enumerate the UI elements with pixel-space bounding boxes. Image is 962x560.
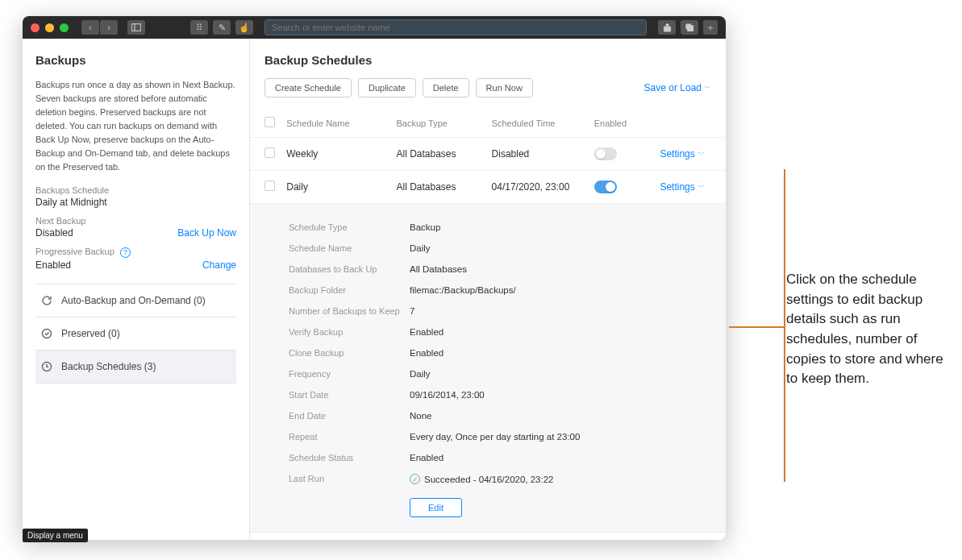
forward-button[interactable]: › — [100, 20, 118, 35]
next-backup-label: Next Backup — [35, 216, 236, 226]
detail-label: Frequency — [289, 369, 410, 379]
chevron-down-icon: ﹀ — [698, 182, 705, 193]
main-panel: Backup Schedules Create Schedule Duplica… — [250, 39, 726, 540]
share-icon[interactable] — [658, 20, 676, 35]
titlebar: ‹ › ⠿ ✎ ☝ + — [23, 16, 726, 39]
refresh-icon — [40, 294, 53, 307]
detail-label: Schedule Name — [289, 243, 410, 253]
new-tab-button[interactable]: + — [703, 20, 718, 35]
chevron-down-icon: ﹀ — [698, 149, 705, 160]
cell-name: Weekly — [286, 148, 396, 160]
change-link[interactable]: Change — [202, 259, 236, 271]
run-now-button[interactable]: Run Now — [476, 78, 533, 97]
detail-value: All Databases — [410, 264, 467, 274]
edit-icon[interactable]: ✎ — [213, 20, 231, 35]
table-row[interactable]: Daily All Databases 04/17/2020, 23:00 Se… — [250, 171, 726, 204]
detail-value: 7 — [410, 306, 414, 316]
detail-label: Backup Folder — [289, 285, 410, 295]
detail-label: Schedule Type — [289, 222, 410, 232]
tabs-icon[interactable] — [681, 20, 698, 35]
sidebar-title: Backups — [35, 53, 236, 67]
detail-value: None — [410, 411, 432, 421]
clock-icon — [40, 360, 53, 373]
enabled-toggle[interactable] — [594, 147, 617, 160]
chevron-down-icon: ﹀ — [704, 83, 711, 93]
delete-button[interactable]: Delete — [423, 78, 469, 97]
enabled-toggle[interactable] — [594, 180, 617, 193]
cell-time: Disabled — [492, 148, 594, 160]
back-button[interactable]: ‹ — [81, 20, 99, 35]
sidebar-item-label: Backup Schedules (3) — [61, 361, 156, 372]
detail-label: Verify Backup — [289, 327, 410, 337]
tooltip: Display a menu — [23, 529, 88, 542]
detail-value: Enabled — [410, 453, 444, 463]
help-icon[interactable]: ? — [120, 247, 131, 258]
detail-label: Schedule Status — [289, 453, 410, 463]
sidebar: Backups Backups run once a day as shown … — [23, 39, 250, 540]
sidebar-description: Backups run once a day as shown in Next … — [35, 78, 236, 174]
annotation-connector — [729, 169, 785, 482]
detail-value: ✓ Succeeded - 04/16/2020, 23:22 — [410, 474, 554, 484]
table-row[interactable]: Weekly All Databases Disabled Settings ﹀ — [250, 138, 726, 171]
detail-value: Daily — [410, 243, 431, 253]
app-window: ‹ › ⠿ ✎ ☝ + — [23, 16, 726, 540]
schedule-detail-panel: Schedule TypeBackup Schedule NameDaily D… — [250, 204, 726, 533]
detail-value: filemac:/Backup/Backups/ — [410, 285, 516, 295]
backups-schedule-label: Backups Schedule — [35, 185, 236, 195]
create-schedule-button[interactable]: Create Schedule — [264, 78, 352, 97]
next-backup-value: Disabled — [35, 227, 73, 239]
sidebar-item-preserved[interactable]: Preserved (0) — [35, 317, 236, 351]
zoom-window-button[interactable] — [60, 23, 69, 32]
settings-link[interactable]: Settings ﹀ — [660, 181, 711, 193]
backup-now-link[interactable]: Back Up Now — [177, 227, 236, 239]
detail-value: 09/16/2014, 23:00 — [410, 390, 485, 400]
settings-link[interactable]: Settings ﹀ — [660, 148, 711, 160]
row-checkbox[interactable] — [264, 147, 275, 158]
privacy-icon[interactable]: ☝ — [235, 20, 253, 35]
detail-label: End Date — [289, 411, 410, 421]
progressive-backup-value: Enabled — [35, 259, 71, 271]
detail-value: Every day, Once per day starting at 23:0… — [410, 432, 580, 442]
archive-icon — [40, 327, 53, 340]
sidebar-item-schedules[interactable]: Backup Schedules (3) — [35, 351, 236, 384]
detail-label: Number of Backups to Keep — [289, 306, 410, 316]
edit-button[interactable]: Edit — [410, 498, 462, 517]
detail-value: Enabled — [410, 327, 444, 337]
detail-label: Databases to Back Up — [289, 264, 410, 274]
url-input[interactable] — [272, 23, 639, 32]
apps-icon[interactable]: ⠿ — [190, 20, 208, 35]
col-backup-type: Backup Type — [396, 118, 491, 128]
backups-schedule-value: Daily at Midnight — [35, 197, 236, 208]
page-title: Backup Schedules — [264, 53, 711, 67]
save-or-load-button[interactable]: Save or Load ﹀ — [644, 82, 711, 93]
sidebar-item-label: Auto-Backup and On-Demand (0) — [61, 295, 206, 306]
progressive-backup-label: Progressive Backup — [35, 247, 115, 256]
sidebar-nav: Auto-Backup and On-Demand (0) Preserved … — [35, 284, 236, 384]
table-row[interactable]: Hourly All Databases Disabled Settings ﹀ — [250, 533, 726, 540]
row-checkbox[interactable] — [264, 180, 275, 191]
success-icon: ✓ — [410, 474, 420, 484]
window-controls — [31, 23, 69, 32]
col-scheduled-time: Scheduled Time — [492, 118, 594, 128]
svg-rect-0 — [132, 24, 141, 31]
detail-label: Last Run — [289, 474, 410, 484]
col-schedule-name: Schedule Name — [286, 118, 396, 128]
duplicate-button[interactable]: Duplicate — [358, 78, 416, 97]
close-window-button[interactable] — [31, 23, 40, 32]
table-body: Weekly All Databases Disabled Settings ﹀… — [250, 138, 726, 540]
sidebar-toggle-button[interactable] — [127, 20, 145, 35]
detail-value: Backup — [410, 222, 440, 232]
url-bar[interactable] — [264, 19, 647, 35]
toolbar: Create Schedule Duplicate Delete Run Now… — [264, 78, 711, 97]
cell-time: 04/17/2020, 23:00 — [492, 181, 594, 193]
detail-value: Daily — [410, 369, 431, 379]
annotation-text: Click on the schedule settings to edit b… — [786, 270, 943, 389]
sidebar-item-auto-backup[interactable]: Auto-Backup and On-Demand (0) — [35, 284, 236, 317]
table-header: Schedule Name Backup Type Scheduled Time… — [250, 109, 726, 138]
minimize-window-button[interactable] — [45, 23, 54, 32]
col-enabled: Enabled — [594, 118, 660, 128]
select-all-checkbox[interactable] — [264, 117, 275, 127]
svg-point-4 — [43, 329, 52, 338]
detail-label: Clone Backup — [289, 348, 410, 358]
detail-label: Start Date — [289, 390, 410, 400]
